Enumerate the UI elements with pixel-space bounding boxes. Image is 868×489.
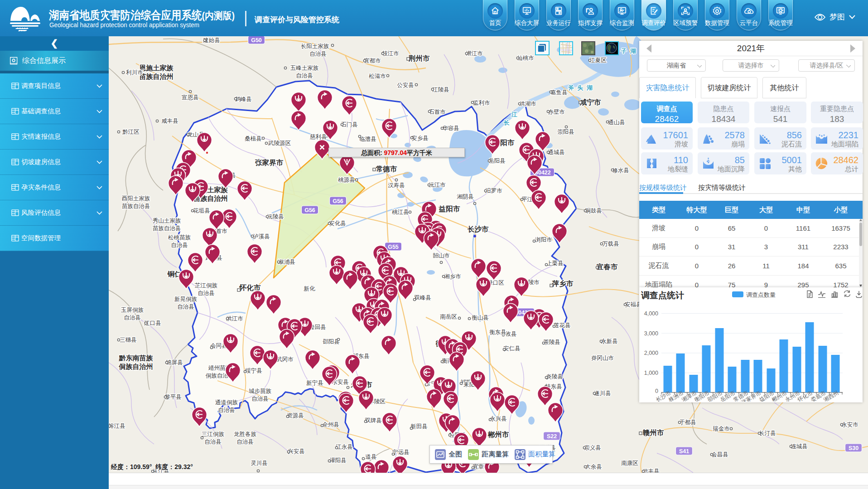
svg-text:汨罗市: 汨罗市 [485, 188, 502, 194]
svg-text:怀化市: 怀化市 [239, 284, 261, 291]
svg-text:G56: G56 [304, 207, 315, 213]
svg-text:新化: 新化 [304, 286, 316, 292]
svg-text:江永县: 江永县 [336, 444, 353, 450]
svg-text:铜鼓县: 铜鼓县 [584, 208, 602, 214]
svg-text:衡东县: 衡东县 [489, 329, 506, 335]
svg-text:酉阳土家族: 酉阳土家族 [122, 195, 150, 202]
svg-text:黔东南苗族: 黔东南苗族 [119, 354, 154, 362]
svg-text:新宁县: 新宁县 [306, 380, 323, 386]
svg-text:沅陵县: 沅陵县 [267, 213, 284, 220]
svg-text:芷江侗族: 芷江侗族 [195, 282, 218, 289]
svg-text:黔江区: 黔江区 [122, 129, 140, 135]
svg-text:灌阳县: 灌阳县 [329, 457, 347, 464]
svg-text:1,000: 1,000 [644, 370, 658, 376]
svg-text:宜都市: 宜都市 [364, 58, 381, 64]
svg-text:于都县: 于都县 [679, 419, 696, 426]
svg-text:桃源县: 桃源县 [338, 177, 355, 183]
svg-text:资源县: 资源县 [287, 412, 304, 419]
svg-text:秀山土家族: 秀山土家族 [153, 218, 181, 224]
svg-text:长: 长 [503, 119, 510, 126]
svg-text:玉屏侗族: 玉屏侗族 [121, 307, 144, 313]
svg-text:双峰县: 双峰县 [414, 295, 431, 301]
svg-text:道县: 道县 [366, 454, 377, 460]
svg-text:崇阳县: 崇阳县 [557, 129, 574, 135]
svg-text:自治县: 自治县 [251, 396, 269, 402]
svg-text:永新县: 永新县 [601, 338, 618, 344]
svg-text:自治县: 自治县 [236, 439, 254, 445]
svg-text:莲花县: 莲花县 [554, 322, 571, 329]
svg-text:仙桃市: 仙桃市 [517, 55, 534, 61]
svg-text:湘乡市: 湘乡市 [444, 273, 461, 280]
svg-text:三穗县: 三穗县 [120, 337, 137, 343]
svg-text:松桃苗族: 松桃苗族 [168, 234, 191, 241]
svg-text:武陵源区: 武陵源区 [268, 140, 291, 146]
svg-text:侗族自治州: 侗族自治州 [119, 363, 153, 370]
svg-text:3,000: 3,000 [644, 330, 658, 337]
svg-text:S22: S22 [547, 433, 557, 440]
svg-text:五峰土家族: 五峰土家族 [290, 65, 319, 71]
svg-text:枝江市: 枝江市 [382, 50, 399, 57]
svg-text:江: 江 [511, 111, 518, 118]
svg-text:江陵县: 江陵县 [432, 87, 449, 93]
svg-text:连城县: 连城县 [791, 443, 808, 450]
svg-text:崇义县: 崇义县 [584, 445, 601, 451]
svg-text:攸县: 攸县 [505, 331, 517, 337]
svg-text:萍乡市: 萍乡市 [552, 280, 574, 287]
svg-text:鹤峰县: 鹤峰县 [235, 96, 252, 102]
svg-text:常德市: 常德市 [376, 165, 397, 173]
svg-text:遂川县: 遂川县 [594, 390, 611, 397]
svg-text:洪湖市: 洪湖市 [519, 101, 536, 107]
svg-text:桑植县: 桑植县 [245, 136, 262, 142]
svg-text:赣州市: 赣州市 [642, 429, 664, 436]
svg-text:自治县: 自治县 [198, 290, 215, 296]
svg-text:龙胜各族: 龙胜各族 [234, 431, 257, 437]
svg-text:武冈市: 武冈市 [276, 356, 294, 363]
svg-text:溆浦县: 溆浦县 [278, 259, 295, 265]
svg-text:荆州市: 荆州市 [408, 54, 430, 62]
svg-text:茶陵县: 茶陵县 [543, 339, 560, 345]
svg-text:双牌县: 双牌县 [365, 417, 382, 424]
svg-text:0: 0 [655, 388, 658, 394]
svg-text:万载县: 万载县 [602, 241, 619, 247]
svg-text:江夏区: 江夏区 [589, 57, 607, 63]
svg-text:G56: G56 [333, 198, 343, 204]
svg-text:南岳区: 南岳区 [440, 314, 457, 320]
svg-text:通城县: 通城县 [548, 149, 565, 155]
svg-text:会昌县: 会昌县 [711, 451, 728, 458]
svg-text:临澧县: 临澧县 [359, 136, 376, 142]
svg-text:兴安县: 兴安县 [288, 448, 305, 455]
svg-text:花垣县: 花垣县 [193, 208, 210, 214]
svg-text:苗族自治州: 苗族自治州 [139, 73, 174, 80]
svg-text:沅江市: 沅江市 [429, 182, 446, 188]
svg-text:益阳市: 益阳市 [439, 205, 460, 213]
svg-text:咸丰县: 咸丰县 [161, 118, 178, 124]
svg-text:自治县: 自治县 [171, 242, 188, 248]
svg-text:全州县: 全州县 [322, 421, 339, 428]
svg-text:自治县: 自治县 [124, 315, 141, 321]
svg-text:监利市: 监利市 [473, 100, 490, 106]
svg-text:斧 头 湖: 斧 头 湖 [568, 84, 593, 91]
svg-text:岳阳县: 岳阳县 [488, 158, 506, 164]
svg-text:南康区: 南康区 [621, 460, 638, 466]
svg-text:利川市: 利川市 [125, 69, 143, 76]
svg-text:修水县: 修水县 [612, 167, 629, 174]
svg-text:安化县: 安化县 [329, 220, 346, 227]
svg-text:自治县: 自治县 [309, 51, 327, 57]
svg-text:4,000: 4,000 [644, 310, 658, 317]
svg-text:松滋市: 松滋市 [369, 73, 386, 79]
svg-text:苗族自治县: 苗族自治县 [122, 203, 150, 209]
svg-text:灵川县: 灵川县 [251, 460, 268, 466]
svg-text:汉寿县: 汉寿县 [388, 182, 405, 189]
svg-text:嘉鱼县: 嘉鱼县 [550, 89, 568, 96]
svg-text:通道侗族: 通道侗族 [215, 399, 238, 406]
svg-text:榕江县: 榕江县 [109, 423, 125, 429]
svg-text:新晃侗族: 新晃侗族 [174, 296, 198, 302]
svg-text:苗族自治县: 苗族自治县 [153, 225, 181, 232]
svg-text:咸宁市: 咸宁市 [579, 98, 601, 106]
svg-text:黎平县: 黎平县 [164, 394, 182, 400]
svg-text:桃江县: 桃江县 [392, 209, 409, 215]
svg-text:瑞金市: 瑞金市 [713, 426, 730, 432]
svg-text:赤壁市: 赤壁市 [548, 109, 565, 115]
svg-text:湘阴县: 湘阴县 [457, 194, 474, 200]
svg-text:浏阳市: 浏阳市 [535, 237, 552, 243]
